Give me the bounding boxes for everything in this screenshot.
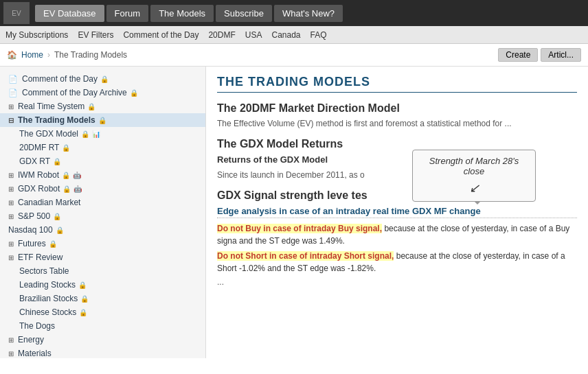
lock-icon: 🔒 [56,226,64,234]
sidebar-item-label: S&P 500 [18,211,50,221]
section1-description: The Effective Volume (EV) method is firs… [217,119,577,128]
sidebar-item-energy[interactable]: ⊞ Energy [0,333,205,347]
sidebar-item-label: Comment of the Day Archive [22,88,127,97]
expand-icon: ⊞ [8,254,14,261]
sidebar-item-label: ETF Review [18,253,63,262]
sidebar-item-chinese-stocks[interactable]: Chinese Stocks 🔒 [0,305,205,319]
signal-buy-text: Do not Buy in case of intraday Buy signa… [217,222,577,247]
site-logo: EV [3,2,30,24]
expand-icon: ⊞ [8,350,14,358]
sidebar-item-the-dogs[interactable]: The Dogs [0,319,205,333]
lock-icon: 🔒 [78,281,87,289]
sidebar-item-sp500[interactable]: ⊞ S&P 500 🔒 [0,209,205,223]
article-button[interactable]: Articl... [541,48,581,62]
expand-icon: ⊞ [8,199,14,207]
subnav-faq[interactable]: FAQ [310,30,327,40]
sidebar-item-label: Real Time System [18,102,84,111]
top-navigation: EV EV Database Forum The Models Subscrib… [0,0,588,26]
nav-ev-database[interactable]: EV Database [35,5,104,22]
sidebar-item-gdx-model[interactable]: The GDX Model 🔒 📊 [0,127,205,141]
expand-icon: ⊞ [8,185,14,193]
subnav-20dmf[interactable]: 20DMF [208,30,235,40]
sidebar-item-label: 20DMF RT [19,143,59,152]
sidebar-item-etf-review[interactable]: ⊞ ETF Review [0,250,205,264]
sidebar-item-label: Sectors Table [19,266,69,276]
expand-icon: ⊞ [8,240,14,248]
sidebar-item-comment-archive[interactable]: 📄 Comment of the Day Archive 🔒 [0,86,205,100]
signal-short-highlight: Do not Short in case of intraday Short s… [217,251,394,261]
breadcrumb-home[interactable]: Home [21,50,43,60]
page-icon: 📄 [8,89,18,97]
sub-navigation: My Subscriptions EV Filters Comment of t… [0,26,588,44]
lock-icon: 🔒 [49,240,57,248]
nav-the-models[interactable]: The Models [150,5,214,22]
subnav-my-subscriptions[interactable]: My Subscriptions [5,30,68,40]
lock-icon: 🔒 [62,144,70,152]
expand-icon: ⊞ [8,172,14,179]
create-button[interactable]: Create [498,48,538,62]
sidebar-item-trading-models[interactable]: ⊟ The Trading Models 🔒 [0,113,205,127]
lock-icon: 🔒 [81,130,89,138]
lock-icon: 🔒 [63,185,71,193]
home-icon: 🏠 [7,50,17,60]
sidebar-item-label: Futures [18,239,46,248]
sidebar-item-label: Nasdaq 100 [8,225,53,235]
chart-icon: 📊 [92,130,100,138]
sidebar-item-leading-stocks[interactable]: Leading Stocks 🔒 [0,278,205,292]
nav-whats-new[interactable]: What's New? [274,5,343,22]
sidebar-item-sectors-table[interactable]: Sectors Table [0,264,205,278]
subnav-ev-filters[interactable]: EV Filters [78,30,113,40]
sidebar-item-label: Energy [18,335,44,344]
sidebar: 📄 Comment of the Day 🔒 📄 Comment of the … [0,67,206,358]
breadcrumb-separator: › [47,50,50,60]
sidebar-item-nasdaq100[interactable]: Nasdaq 100 🔒 [0,223,205,237]
lock-icon: 🔒 [130,89,138,97]
sidebar-item-label: The Trading Models [18,115,95,125]
sidebar-item-label: The Dogs [19,321,55,331]
lock-icon: 🔒 [62,172,70,179]
subnav-canada[interactable]: Canada [271,30,300,40]
page-title: THE TRADING MODELS [217,75,577,93]
sidebar-item-label: IWM Robot [18,170,59,180]
content-area: THE TRADING MODELS The 20DMF Market Dire… [206,67,588,358]
section1-title: The 20DMF Market Direction Model [217,102,577,115]
subnav-usa[interactable]: USA [245,30,262,40]
signal-buy-highlight: Do not Buy in case of intraday Buy signa… [217,224,382,233]
signal-short-text: Do not Short in case of intraday Short s… [217,250,577,274]
nav-subscribe[interactable]: Subscribe [216,5,272,22]
robot-icon: 🤖 [74,185,82,193]
breadcrumb-current: The Trading Models [54,50,127,60]
expand-icon: ⊞ [8,213,14,220]
sidebar-item-comment-of-day[interactable]: 📄 Comment of the Day 🔒 [0,72,205,86]
sidebar-item-futures[interactable]: ⊞ Futures 🔒 [0,237,205,250]
content-ellipsis: ... [217,277,577,287]
lock-icon: 🔒 [53,213,61,220]
sidebar-item-materials[interactable]: ⊞ Materials [0,347,205,358]
lock-icon: 🔒 [80,295,89,303]
sidebar-item-canadian-market[interactable]: ⊞ Canadian Market [0,196,205,209]
arrow-icon: ↙ [421,180,527,196]
sidebar-item-real-time-system[interactable]: ⊞ Real Time System 🔒 [0,100,205,113]
sidebar-item-label: Brazilian Stocks [19,294,78,303]
callout-text: Strength of March 28's close [429,156,519,176]
sidebar-item-20dmf-rt[interactable]: 20DMF RT 🔒 [0,141,205,154]
sidebar-item-label: Materials [18,349,52,358]
sidebar-item-label: Canadian Market [18,198,80,207]
sidebar-item-label: Comment of the Day [22,74,98,84]
expand-icon: ⊞ [8,103,14,110]
callout-container: Since its launch in December 2011, as o … [217,170,577,180]
sidebar-item-brazilian-stocks[interactable]: Brazilian Stocks 🔒 [0,292,205,305]
nav-forum[interactable]: Forum [106,5,149,22]
main-layout: 📄 Comment of the Day 🔒 📄 Comment of the … [0,67,588,358]
expand-icon: ⊞ [8,336,14,344]
page-icon: 📄 [8,75,18,84]
breadcrumb-actions: Create Articl... [498,48,581,62]
sidebar-item-gdx-rt[interactable]: GDX RT 🔒 [0,154,205,168]
lock-icon: 🔒 [100,75,109,83]
sidebar-item-label: GDX RT [19,156,50,166]
sidebar-item-iwm-robot[interactable]: ⊞ IWM Robot 🔒 🤖 [0,168,205,182]
subnav-comment-of-day[interactable]: Comment of the Day [123,30,199,40]
sidebar-item-gdx-robot[interactable]: ⊞ GDX Robot 🔒 🤖 [0,182,205,196]
section2-title: The GDX Model Returns [217,138,577,150]
callout-box: Strength of March 28's close ↙ [412,150,536,202]
